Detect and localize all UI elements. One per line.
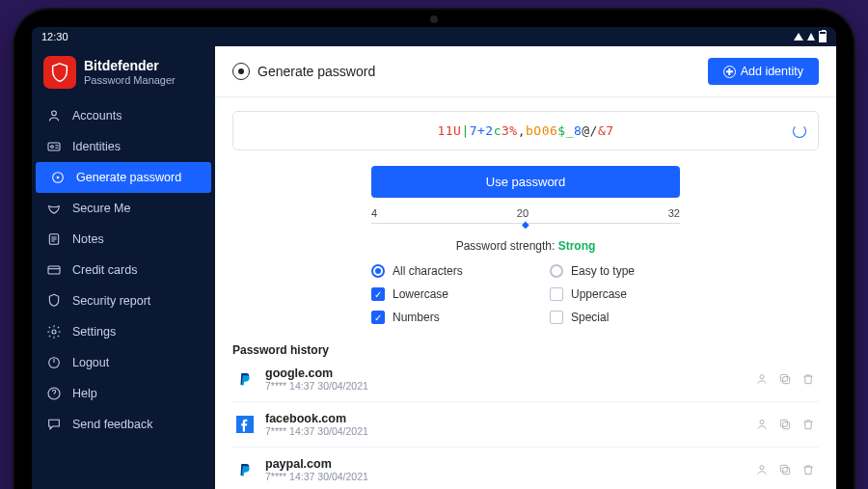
add-identity-label: Add identity <box>741 65 803 78</box>
settings-icon <box>45 324 63 340</box>
device-camera <box>430 15 438 23</box>
generated-password-box[interactable]: 11U|7+2c3%,bO06$_8@/&7 <box>232 111 819 150</box>
add-identity-button[interactable]: Add identity <box>708 58 819 85</box>
paypal-icon <box>236 370 254 388</box>
opt-label: Special <box>571 311 609 324</box>
facebook-icon <box>236 416 254 433</box>
sidebar-item-credit-cards[interactable]: Credit cards <box>32 255 215 285</box>
opt-label: Lowercase <box>393 287 448 301</box>
svg-point-18 <box>760 466 764 470</box>
sidebar-item-settings[interactable]: Settings <box>32 316 215 347</box>
sidebar-item-label: Accounts <box>72 109 122 122</box>
main-panel: Generate password Add identity 11U|7+2c3… <box>215 46 836 489</box>
brand-header: Bitdefender Password Manager <box>32 46 215 100</box>
sidebar-item-security-report[interactable]: Security report <box>32 285 215 316</box>
opt-label: All characters <box>393 264 463 278</box>
svg-rect-17 <box>780 420 787 426</box>
svg-rect-6 <box>48 266 60 274</box>
trash-icon[interactable] <box>801 463 815 476</box>
tablet-frame: 12:30 Bitdefender Password Manager Accou <box>14 10 854 489</box>
opt-all-characters[interactable]: All characters <box>371 264 502 278</box>
opt-label: Easy to type <box>571 264 635 278</box>
refresh-icon[interactable] <box>793 124 806 138</box>
opt-label: Uppercase <box>571 287 627 301</box>
history-item[interactable]: paypal.com7**** 14:37 30/04/2021 <box>232 448 819 489</box>
credit-cards-icon <box>45 262 63 278</box>
sidebar-nav: AccountsIdentitiesGenerate passwordSecur… <box>32 100 215 440</box>
opt-label: Numbers <box>393 311 440 324</box>
trash-icon[interactable] <box>801 418 815 431</box>
page-title: Generate password <box>258 64 375 79</box>
slider-min: 4 <box>371 207 377 219</box>
history-info: paypal.com7**** 14:37 30/04/2021 <box>265 457 755 482</box>
user-icon[interactable] <box>755 463 769 476</box>
history-site: facebook.com <box>265 412 755 425</box>
history-meta: 7**** 14:37 30/04/2021 <box>265 425 755 437</box>
svg-point-7 <box>52 330 56 334</box>
opt-lowercase[interactable]: ✓ Lowercase <box>371 287 502 301</box>
battery-icon <box>819 31 827 42</box>
generated-password: 11U|7+2c3%,bO06$_8@/&7 <box>437 123 613 138</box>
sidebar-item-accounts[interactable]: Accounts <box>32 100 215 131</box>
sidebar-item-identities[interactable]: Identities <box>32 131 215 162</box>
security-report-icon <box>45 293 63 309</box>
sidebar-item-logout[interactable]: Logout <box>32 347 215 378</box>
copy-icon[interactable] <box>778 372 792 386</box>
user-icon[interactable] <box>755 418 769 431</box>
strength-label: Password strength: <box>456 239 556 253</box>
history-item[interactable]: facebook.com7**** 14:37 30/04/2021 <box>232 402 819 448</box>
svg-point-4 <box>57 177 60 179</box>
history-site: google.com <box>265 367 755 380</box>
slider-mid: 20 <box>517 207 529 219</box>
opt-uppercase[interactable]: Uppercase <box>550 287 680 301</box>
copy-icon[interactable] <box>778 463 792 476</box>
strength-value: Strong <box>558 239 596 253</box>
slider-thumb-icon[interactable]: ◆ <box>522 219 529 230</box>
user-icon[interactable] <box>755 372 769 386</box>
sidebar-item-generate-password[interactable]: Generate password <box>36 162 211 193</box>
sidebar-item-label: Security report <box>72 294 150 308</box>
history-item[interactable]: google.com7**** 14:37 30/04/2021 <box>232 357 819 402</box>
length-slider[interactable]: 4 20 32 <box>371 207 680 219</box>
cell-icon <box>807 33 815 41</box>
sidebar-item-label: Logout <box>72 356 109 369</box>
opt-numbers[interactable]: ✓ Numbers <box>371 311 502 324</box>
sidebar-item-label: Settings <box>72 325 116 339</box>
slider-track[interactable]: ◆ <box>371 223 680 224</box>
sidebar-item-label: Send feedback <box>72 418 152 431</box>
generate-icon <box>232 63 250 80</box>
brand-subtitle: Password Manager <box>84 74 176 86</box>
password-strength: Password strength: Strong <box>371 239 680 253</box>
svg-rect-16 <box>783 422 790 429</box>
opt-special[interactable]: Special <box>550 311 680 324</box>
sidebar-item-label: Help <box>72 387 97 400</box>
history-list: google.com7**** 14:37 30/04/2021facebook… <box>232 357 819 489</box>
sidebar-item-label: Notes <box>72 232 104 246</box>
sidebar-item-label: Generate password <box>76 171 181 184</box>
svg-rect-12 <box>783 377 790 384</box>
sidebar-item-send-feedback[interactable]: Send feedback <box>32 409 215 440</box>
use-password-button[interactable]: Use password <box>371 166 680 198</box>
sidebar: Bitdefender Password Manager AccountsIde… <box>32 46 215 489</box>
history-meta: 7**** 14:37 30/04/2021 <box>265 380 755 392</box>
identities-icon <box>45 139 63 154</box>
svg-point-11 <box>760 375 764 379</box>
radio-icon <box>371 264 385 278</box>
sidebar-item-notes[interactable]: Notes <box>32 224 215 255</box>
sidebar-item-help[interactable]: Help <box>32 378 215 409</box>
history-info: google.com7**** 14:37 30/04/2021 <box>265 367 755 392</box>
generate-icon <box>49 170 67 185</box>
copy-icon[interactable] <box>778 418 792 431</box>
logout-icon <box>45 355 63 370</box>
sidebar-item-secure-me[interactable]: Secure Me <box>32 193 215 224</box>
secure-me-icon <box>45 201 63 216</box>
brand-shield-icon <box>43 56 76 89</box>
brand-name: Bitdefender <box>84 59 176 73</box>
history-meta: 7**** 14:37 30/04/2021 <box>265 471 755 482</box>
opt-easy-to-type[interactable]: Easy to type <box>550 264 680 278</box>
notes-icon <box>45 231 63 247</box>
trash-icon[interactable] <box>801 372 815 386</box>
svg-point-2 <box>51 146 54 149</box>
history-actions <box>755 418 815 431</box>
history-actions <box>755 463 815 476</box>
